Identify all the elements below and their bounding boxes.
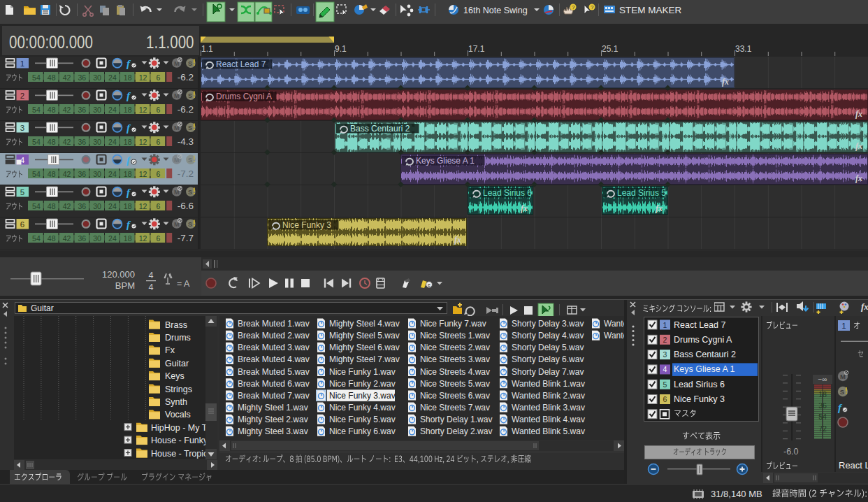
svg-text:4: 4 <box>663 365 667 373</box>
svg-text:Mighty Steel 5.wav: Mighty Steel 5.wav <box>329 331 400 340</box>
svg-text:S: S <box>840 388 844 396</box>
svg-text:42: 42 <box>63 234 71 243</box>
svg-text:18: 18 <box>124 106 132 114</box>
svg-text:-6.2: -6.2 <box>178 72 194 83</box>
svg-text:2: 2 <box>663 336 667 344</box>
svg-text:Mighty Steel 3.wav: Mighty Steel 3.wav <box>238 426 308 436</box>
svg-text:Nice Funky 6.wav: Nice Funky 6.wav <box>329 426 396 436</box>
svg-text:12: 12 <box>139 73 147 82</box>
svg-text:Nice Streets 2.wav: Nice Streets 2.wav <box>420 343 490 352</box>
svg-text:54: 54 <box>32 73 41 82</box>
svg-text:Wanted Blink 7.wav: Wanted Blink 7.wav <box>604 331 624 340</box>
svg-text:Nice Funky 7.wav: Nice Funky 7.wav <box>420 319 486 329</box>
svg-text:Drums: Drums <box>165 333 191 343</box>
svg-text:5: 5 <box>663 380 667 389</box>
svg-text:Wanted Blink 3.wav: Wanted Blink 3.wav <box>512 403 585 413</box>
svg-text:Nice Funky 3.wav: Nice Funky 3.wav <box>329 391 396 401</box>
svg-text:Strings: Strings <box>165 385 192 394</box>
svg-text:6: 6 <box>663 395 667 403</box>
svg-text:Guitar: Guitar <box>165 359 189 368</box>
svg-text:6: 6 <box>156 170 160 178</box>
svg-text:6: 6 <box>156 106 160 114</box>
svg-text:f: f <box>126 219 131 230</box>
svg-text:Mighty Steel 1.wav: Mighty Steel 1.wav <box>238 403 308 413</box>
svg-text:Brass: Brass <box>165 320 187 330</box>
svg-text:−∞: −∞ <box>818 375 827 383</box>
svg-text:React Lead 7: React Lead 7 <box>674 320 725 330</box>
svg-text:Nice Streets 4.wav: Nice Streets 4.wav <box>420 367 490 377</box>
svg-text:Guitar: Guitar <box>31 303 54 313</box>
svg-text:Nice Streets 6.wav: Nice Streets 6.wav <box>420 391 490 401</box>
svg-text:36: 36 <box>78 73 86 82</box>
svg-text:12: 12 <box>139 106 147 114</box>
svg-text:25.1: 25.1 <box>602 44 619 54</box>
svg-text:House - Funky: House - Funky <box>151 436 205 445</box>
svg-text:24: 24 <box>108 73 117 82</box>
svg-text:12: 12 <box>139 170 147 178</box>
svg-text:Break Muted 5.wav: Break Muted 5.wav <box>238 367 310 377</box>
svg-text:Nice Funky 1.wav: Nice Funky 1.wav <box>329 367 396 377</box>
svg-text:42: 42 <box>63 73 71 82</box>
svg-text:Mighty Steel 6.wav: Mighty Steel 6.wav <box>329 343 400 352</box>
svg-text:S: S <box>188 92 192 99</box>
svg-text:Lead Sirius 6: Lead Sirius 6 <box>674 380 725 389</box>
svg-text:5: 5 <box>20 188 24 196</box>
svg-text:f: f <box>126 187 131 198</box>
svg-text:Wanted Blink 1.wav: Wanted Blink 1.wav <box>512 379 585 389</box>
svg-text:6: 6 <box>156 202 160 210</box>
svg-text:54: 54 <box>32 106 41 114</box>
svg-text:HipHop - My T: HipHop - My T <box>151 423 205 433</box>
svg-text:6: 6 <box>20 220 24 229</box>
svg-text:18: 18 <box>124 202 132 210</box>
svg-text:f: f <box>126 58 131 69</box>
svg-text:Nice Funky 2.wav: Nice Funky 2.wav <box>329 379 396 389</box>
svg-text:48: 48 <box>48 170 56 178</box>
svg-text:48: 48 <box>48 106 56 114</box>
svg-text:42: 42 <box>63 170 71 178</box>
svg-text:36: 36 <box>78 138 86 146</box>
svg-text:Break Muted 7.wav: Break Muted 7.wav <box>238 391 310 401</box>
svg-text:Nice Streets 7.wav: Nice Streets 7.wav <box>420 403 490 413</box>
svg-text:24: 24 <box>108 202 117 210</box>
svg-text:Break Muted 4.wav: Break Muted 4.wav <box>238 354 310 364</box>
svg-text:48: 48 <box>48 73 56 82</box>
svg-text:4: 4 <box>149 282 154 292</box>
svg-text:12: 12 <box>139 234 147 243</box>
svg-text:Break Muted 2.wav: Break Muted 2.wav <box>238 331 310 340</box>
svg-text:12: 12 <box>139 138 147 146</box>
svg-text:9.1: 9.1 <box>335 44 347 54</box>
svg-text:?: ? <box>591 4 594 10</box>
svg-text:30: 30 <box>93 170 101 178</box>
svg-text:1: 1 <box>663 321 667 329</box>
svg-text:54: 54 <box>32 170 41 178</box>
svg-text:6: 6 <box>156 138 160 146</box>
svg-text:Nice Funky 4.wav: Nice Funky 4.wav <box>329 403 396 413</box>
svg-text:Break Muted 6.wav: Break Muted 6.wav <box>238 379 310 389</box>
svg-text:1: 1 <box>841 322 846 330</box>
svg-text:54: 54 <box>32 234 41 243</box>
svg-text:48: 48 <box>48 138 56 146</box>
svg-text:33.1: 33.1 <box>735 44 752 54</box>
svg-text:16th Note Swing: 16th Note Swing <box>463 6 528 15</box>
svg-text:30: 30 <box>93 234 101 243</box>
svg-text:Shorty Delay 3.wav: Shorty Delay 3.wav <box>512 319 584 329</box>
svg-text:Shorty Delay 7.wav: Shorty Delay 7.wav <box>512 367 584 377</box>
svg-text:Drums Cygni A: Drums Cygni A <box>674 335 732 345</box>
svg-text:Shorty Delay 5.wav: Shorty Delay 5.wav <box>512 343 584 352</box>
svg-text:Synth: Synth <box>165 397 187 407</box>
svg-text:36: 36 <box>78 170 86 178</box>
svg-text:18: 18 <box>124 73 132 82</box>
svg-text:-7.2: -7.2 <box>178 168 194 179</box>
svg-text:Nice Funky 3: Nice Funky 3 <box>674 394 725 404</box>
svg-text:Wanted Blink 2.wav: Wanted Blink 2.wav <box>512 391 585 401</box>
svg-text:4: 4 <box>149 271 154 280</box>
svg-text:-7.7: -7.7 <box>178 233 194 243</box>
svg-text:f: f <box>126 155 131 166</box>
svg-text:-6.2: -6.2 <box>178 104 194 115</box>
svg-text:S: S <box>188 124 192 131</box>
svg-text:Nice Streets 1.wav: Nice Streets 1.wav <box>420 331 490 340</box>
svg-text:Shorty Delay 6.wav: Shorty Delay 6.wav <box>512 354 584 364</box>
svg-text:Nice Streets 5.wav: Nice Streets 5.wav <box>420 379 490 389</box>
svg-text:BPM: BPM <box>115 280 135 291</box>
svg-text:2: 2 <box>20 92 24 100</box>
